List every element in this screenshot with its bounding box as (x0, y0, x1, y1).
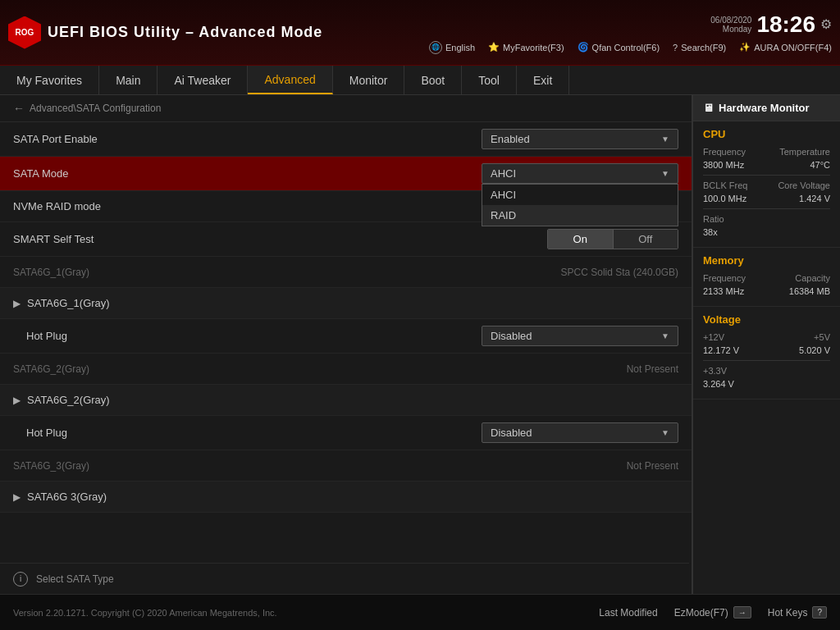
hw-cpu-section: CPU Frequency Temperature 3800 MHz 47°C … (693, 121, 840, 248)
sata-mode-label: SATA Mode (13, 167, 482, 180)
sata-port-enable-row[interactable]: SATA Port Enable Enabled ▼ (0, 122, 692, 157)
bclk-corevolt-values: 100.0 MHz 1.424 V (703, 194, 830, 203)
cpu-temperature-label: Temperature (779, 147, 830, 157)
nav-exit[interactable]: Exit (517, 66, 569, 94)
hot-plug-1-row[interactable]: Hot Plug Disabled ▼ (0, 319, 692, 354)
header-title: UEFI BIOS Utility – Advanced Mode (48, 24, 322, 41)
monitor-icon: 🖥 (703, 102, 714, 114)
back-arrow[interactable]: ← (13, 102, 25, 115)
nav-main[interactable]: Main (99, 66, 158, 94)
toggle-on-btn[interactable]: On (548, 230, 614, 249)
navbar: My Favorites Main Ai Tweaker Advanced Mo… (0, 66, 840, 95)
v5-value: 5.020 V (799, 345, 830, 355)
nav-monitor[interactable]: Monitor (333, 66, 405, 94)
bclk-value: 100.0 MHz (703, 194, 746, 203)
v12-v5-values: 12.172 V 5.020 V (703, 345, 830, 355)
sata6g1-section-label: SATA6G_1(Gray) (27, 297, 678, 309)
v33-value: 3.264 V (703, 379, 734, 389)
language-selector[interactable]: 🌐 English (429, 41, 475, 54)
breadcrumb: ← Advanced\SATA Configuration (0, 95, 692, 122)
hot-plug-2-row[interactable]: Hot Plug Disabled ▼ (0, 416, 692, 450)
toggle-off-btn[interactable]: Off (614, 230, 678, 249)
header-icons: 🌐 English ⭐ MyFavorite(F3) 🌀 Qfan Contro… (429, 41, 832, 54)
header-time-row: 06/08/2020Monday 18:26 ⚙ (710, 11, 832, 38)
hw-memory-section: Memory Frequency Capacity 2133 MHz 16384… (693, 248, 840, 307)
v33-value-row: 3.264 V (703, 379, 830, 389)
cpu-temperature-value: 47°C (810, 160, 830, 170)
hot-keys-icon: ? (812, 606, 827, 619)
hw-voltage-section: Voltage +12V +5V 12.172 V 5.020 V +3.3V … (693, 307, 840, 399)
nav-advanced[interactable]: Advanced (248, 66, 332, 94)
sata6g2-section-row[interactable]: ▶ SATA6G_2(Gray) (0, 385, 692, 416)
breadcrumb-path: Advanced\SATA Configuration (30, 103, 161, 114)
left-panel: ← Advanced\SATA Configuration SATA Port … (0, 95, 692, 594)
rog-icon: ROG (8, 16, 41, 49)
search-btn[interactable]: ? Search(F9) (673, 43, 726, 52)
main-area: ← Advanced\SATA Configuration SATA Port … (0, 95, 840, 594)
nav-ai-tweaker[interactable]: Ai Tweaker (158, 66, 248, 94)
ratio-label: Ratio (703, 214, 724, 224)
search-icon: ? (673, 43, 678, 52)
smart-self-test-row[interactable]: SMART Self Test On Off (0, 222, 692, 257)
cpu-freq-temp-values: 3800 MHz 47°C (703, 160, 830, 170)
v12-label: +12V (703, 332, 724, 342)
footer-actions: Last Modified EzMode(F7) → Hot Keys ? (599, 606, 827, 619)
ratio-row-label: Ratio (703, 214, 830, 224)
settings-icon[interactable]: ⚙ (820, 16, 832, 32)
voltage-section-title: Voltage (703, 313, 830, 326)
cpu-section-title: CPU (703, 128, 830, 140)
mem-freq-cap-labels: Frequency Capacity (703, 273, 830, 283)
sata-mode-row[interactable]: SATA Mode AHCI ▼ AHCI RAID (0, 157, 692, 191)
core-voltage-value: 1.424 V (799, 194, 830, 203)
sata6g3-info-row: SATA6G_3(Gray) Not Present (0, 450, 692, 482)
sata-mode-dropdown[interactable]: AHCI ▼ (482, 163, 678, 184)
sata6g1-info-label: SATA6G_1(Gray) (13, 267, 561, 278)
nav-tool[interactable]: Tool (462, 66, 517, 94)
sata6g3-section-label: SATA6G 3(Gray) (27, 491, 678, 503)
myfavorite-btn[interactable]: ⭐ MyFavorite(F3) (488, 42, 564, 52)
smart-toggle[interactable]: On Off (547, 229, 678, 249)
header-time: 18:26 (756, 11, 815, 38)
sata6g1-section-row[interactable]: ▶ SATA6G_1(Gray) (0, 288, 692, 319)
core-voltage-label: Core Voltage (778, 180, 830, 190)
sata6g3-info-value: Not Present (627, 460, 678, 472)
sata-mode-popup: AHCI RAID (482, 184, 678, 226)
aura-btn[interactable]: ✨ AURA ON/OFF(F4) (739, 42, 832, 52)
v33-label: +3.3V (703, 366, 727, 376)
raid-option[interactable]: RAID (482, 205, 678, 226)
fan-icon: 🌀 (578, 42, 589, 52)
ahci-option[interactable]: AHCI (482, 185, 678, 205)
help-bar: i Select SATA Type (0, 563, 689, 594)
mem-capacity-value: 16384 MB (789, 286, 830, 296)
nav-my-favorites[interactable]: My Favorites (0, 66, 99, 94)
cpu-divider-1 (703, 175, 830, 176)
bclk-label: BCLK Freq (703, 180, 747, 190)
sata6g3-section-row[interactable]: ▶ SATA6G 3(Gray) (0, 482, 692, 513)
sata6g2-info-value: Not Present (627, 363, 678, 375)
hw-monitor-header: 🖥 Hardware Monitor (693, 95, 840, 121)
header-right: 06/08/2020Monday 18:26 ⚙ 🌐 English ⭐ MyF… (429, 11, 832, 54)
last-modified-label: Last Modified (599, 607, 657, 619)
hot-keys-btn[interactable]: Hot Keys ? (768, 606, 827, 619)
smart-self-test-label: SMART Self Test (13, 233, 547, 245)
bclk-corevolt-labels: BCLK Freq Core Voltage (703, 180, 830, 190)
qfan-btn[interactable]: 🌀 Qfan Control(F6) (578, 42, 660, 52)
dropdown-arrow-icon: ▼ (661, 135, 669, 144)
globe-icon: 🌐 (429, 41, 442, 54)
mem-frequency-label: Frequency (703, 273, 746, 283)
sata6g2-caret-icon: ▶ (13, 395, 21, 406)
cpu-freq-temp-labels: Frequency Temperature (703, 147, 830, 157)
nav-boot[interactable]: Boot (404, 66, 462, 94)
v12-value: 12.172 V (703, 345, 739, 355)
last-modified-btn[interactable]: Last Modified (599, 607, 657, 619)
header-logo: ROG UEFI BIOS Utility – Advanced Mode (8, 16, 322, 49)
sata-port-enable-dropdown[interactable]: Enabled ▼ (482, 129, 678, 149)
aura-icon: ✨ (739, 42, 751, 52)
ratio-row-value: 38x (703, 227, 830, 237)
hot-plug-1-dropdown[interactable]: Disabled ▼ (482, 326, 678, 346)
sata6g1-caret-icon: ▶ (13, 298, 21, 309)
hot-plug-1-label: Hot Plug (26, 330, 482, 342)
ez-mode-btn[interactable]: EzMode(F7) → (674, 606, 751, 619)
hot-plug-2-dropdown[interactable]: Disabled ▼ (482, 422, 678, 443)
v5-label: +5V (814, 332, 830, 342)
